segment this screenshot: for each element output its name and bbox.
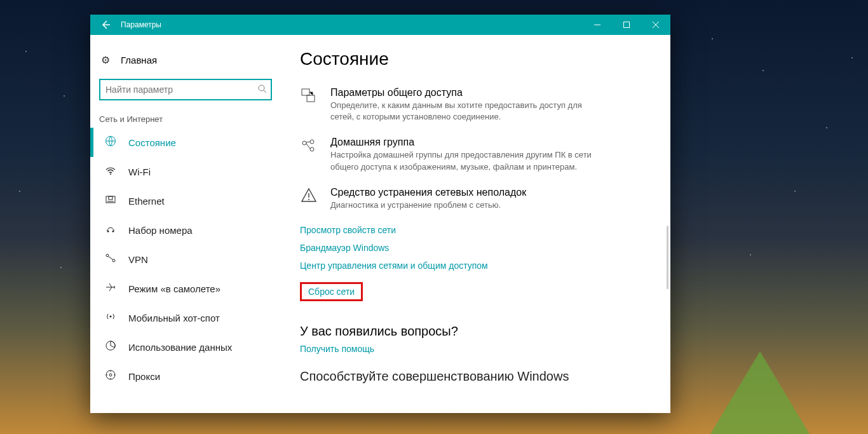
search-input[interactable] bbox=[105, 85, 258, 95]
svg-point-18 bbox=[310, 147, 314, 151]
svg-point-12 bbox=[106, 370, 115, 379]
homegroup-icon bbox=[300, 137, 320, 172]
scrollbar[interactable] bbox=[667, 226, 668, 289]
link-network-center[interactable]: Центр управления сетями и общим доступом bbox=[300, 261, 656, 271]
option-title: Домашняя группа bbox=[330, 137, 597, 148]
sidebar: ⚙ Главная Сеть и Интернет Состояние bbox=[90, 35, 281, 413]
nav-label: Ethernet bbox=[128, 196, 165, 207]
nav-label: Использование данных bbox=[128, 342, 232, 353]
nav-label: Состояние bbox=[128, 137, 176, 148]
airplane-icon bbox=[104, 281, 117, 295]
home-label: Главная bbox=[121, 55, 157, 65]
sidebar-item-proxy[interactable]: Прокси bbox=[90, 362, 281, 391]
proxy-icon bbox=[104, 369, 117, 383]
titlebar: Параметры bbox=[90, 15, 670, 35]
option-desc: Определите, к каким данным вы хотите пре… bbox=[330, 100, 597, 123]
svg-point-17 bbox=[310, 140, 314, 144]
sidebar-item-status[interactable]: Состояние bbox=[90, 128, 281, 157]
maximize-icon bbox=[623, 22, 630, 28]
link-view-properties[interactable]: Просмотр свойств сети bbox=[300, 225, 656, 235]
option-title: Средство устранения сетевых неполадок bbox=[330, 187, 526, 198]
option-homegroup[interactable]: Домашняя группа Настройка домашней групп… bbox=[300, 137, 656, 172]
nav-label: VPN bbox=[128, 254, 148, 265]
arrow-left-icon bbox=[100, 20, 111, 30]
svg-point-13 bbox=[109, 374, 112, 376]
vpn-icon bbox=[104, 252, 117, 266]
search-icon bbox=[258, 85, 267, 95]
close-icon bbox=[653, 22, 659, 28]
search-box[interactable] bbox=[99, 79, 272, 100]
svg-point-1 bbox=[259, 85, 264, 91]
close-button[interactable] bbox=[641, 15, 670, 35]
ethernet-icon bbox=[104, 194, 117, 208]
svg-point-9 bbox=[112, 259, 115, 262]
questions-heading: У вас появились вопросы? bbox=[300, 324, 656, 339]
sidebar-item-airplane[interactable]: Режим «в самолете» bbox=[90, 274, 281, 303]
minimize-icon bbox=[594, 22, 600, 28]
maximize-button[interactable] bbox=[612, 15, 641, 35]
sidebar-item-hotspot[interactable]: Мобильный хот-спот bbox=[90, 303, 281, 332]
gear-icon: ⚙ bbox=[99, 54, 112, 66]
svg-rect-15 bbox=[307, 95, 315, 102]
option-troubleshoot[interactable]: Средство устранения сетевых неполадок Ди… bbox=[300, 187, 656, 211]
globe-icon bbox=[104, 135, 117, 149]
link-get-help[interactable]: Получить помощь bbox=[300, 344, 656, 354]
home-button[interactable]: ⚙ Главная bbox=[90, 49, 281, 71]
section-title: Сеть и Интернет bbox=[99, 114, 272, 124]
svg-rect-14 bbox=[302, 89, 309, 95]
sidebar-item-wifi[interactable]: Wi-Fi bbox=[90, 157, 281, 186]
datausage-icon bbox=[104, 340, 117, 354]
svg-point-8 bbox=[106, 254, 109, 257]
option-title: Параметры общего доступа bbox=[330, 87, 597, 98]
nav-label: Мобильный хот-спот bbox=[128, 313, 220, 323]
troubleshoot-icon bbox=[300, 187, 320, 211]
sidebar-item-ethernet[interactable]: Ethernet bbox=[90, 186, 281, 215]
svg-point-16 bbox=[302, 141, 306, 145]
wifi-icon bbox=[104, 165, 117, 179]
content-area: Состояние Параметры общего доступа Опред… bbox=[281, 35, 670, 413]
link-firewall[interactable]: Брандмауэр Windows bbox=[300, 243, 656, 253]
cutoff-heading: Способствуйте совершенствованию Windows bbox=[300, 369, 656, 384]
hotspot-icon bbox=[104, 311, 117, 325]
nav-label: Wi-Fi bbox=[128, 166, 151, 177]
sidebar-item-datausage[interactable]: Использование данных bbox=[90, 332, 281, 362]
nav-label: Прокси bbox=[128, 371, 160, 382]
svg-rect-0 bbox=[624, 22, 630, 28]
svg-point-10 bbox=[110, 316, 112, 318]
back-button[interactable] bbox=[90, 15, 121, 35]
sidebar-item-vpn[interactable]: VPN bbox=[90, 245, 281, 274]
option-desc: Настройка домашней группы для предоставл… bbox=[330, 149, 597, 172]
svg-point-3 bbox=[110, 173, 111, 175]
svg-point-19 bbox=[308, 199, 309, 200]
nav-label: Набор номера bbox=[128, 225, 193, 236]
window-title: Параметры bbox=[121, 20, 161, 29]
dialup-icon bbox=[104, 223, 117, 237]
sidebar-item-dialup[interactable]: Набор номера bbox=[90, 215, 281, 245]
minimize-button[interactable] bbox=[583, 15, 612, 35]
svg-point-6 bbox=[107, 231, 109, 233]
settings-window: Параметры ⚙ Главная Сеть и Интернет bbox=[90, 15, 670, 413]
page-title: Состояние bbox=[300, 49, 656, 69]
option-desc: Диагностика и устранение проблем с сетью… bbox=[330, 200, 526, 211]
svg-point-7 bbox=[112, 231, 114, 233]
link-network-reset[interactable]: Сброс сети bbox=[300, 282, 363, 301]
option-sharing[interactable]: Параметры общего доступа Определите, к к… bbox=[300, 87, 656, 123]
nav-label: Режим «в самолете» bbox=[128, 283, 220, 294]
sharing-icon bbox=[300, 87, 320, 123]
svg-rect-5 bbox=[109, 196, 112, 200]
